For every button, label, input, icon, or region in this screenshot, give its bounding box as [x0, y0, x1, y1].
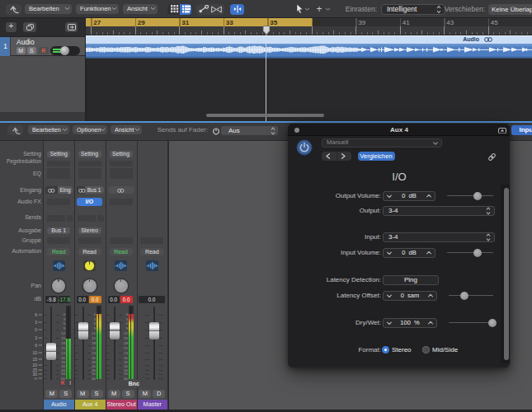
svg-text:6: 6 — [125, 321, 128, 325]
svg-text:3: 3 — [35, 335, 37, 340]
svg-text:15: 15 — [124, 336, 128, 340]
svg-text:24: 24 — [61, 351, 65, 355]
svg-text:3: 3 — [63, 317, 65, 321]
svg-text:24: 24 — [124, 351, 128, 355]
svg-text:18: 18 — [124, 341, 128, 345]
svg-text:18: 18 — [92, 341, 96, 345]
svg-text:10: 10 — [32, 350, 37, 355]
svg-text:24: 24 — [92, 351, 96, 355]
svg-text:3: 3 — [35, 320, 37, 325]
svg-text:6: 6 — [63, 321, 65, 325]
svg-text:15: 15 — [92, 336, 96, 340]
svg-text:0: 0 — [93, 312, 96, 316]
svg-text:15: 15 — [32, 357, 37, 362]
svg-text:30: 30 — [124, 356, 128, 360]
svg-text:50: 50 — [92, 372, 96, 376]
svg-text:15: 15 — [61, 336, 65, 340]
svg-text:3: 3 — [125, 317, 128, 321]
svg-text:30: 30 — [61, 356, 65, 360]
svg-text:18: 18 — [61, 341, 65, 345]
svg-text:21: 21 — [92, 346, 96, 350]
svg-text:50: 50 — [61, 372, 65, 376]
svg-text:9: 9 — [63, 326, 65, 330]
svg-text:0: 0 — [125, 312, 128, 316]
svg-text:12: 12 — [92, 331, 96, 335]
svg-text:50: 50 — [124, 372, 128, 376]
svg-text:9: 9 — [125, 326, 128, 330]
svg-text:60: 60 — [92, 377, 96, 381]
svg-text:6: 6 — [35, 312, 37, 317]
svg-text:∞: ∞ — [34, 376, 37, 381]
svg-text:21: 21 — [124, 346, 128, 350]
svg-text:12: 12 — [61, 331, 65, 335]
svg-text:0: 0 — [35, 327, 37, 332]
svg-text:3: 3 — [93, 317, 96, 321]
svg-text:12: 12 — [124, 331, 128, 335]
svg-text:6: 6 — [93, 321, 96, 325]
svg-text:9: 9 — [93, 326, 96, 330]
svg-text:0: 0 — [63, 312, 65, 316]
svg-text:21: 21 — [61, 346, 65, 350]
svg-text:6: 6 — [35, 343, 37, 348]
svg-text:30: 30 — [92, 356, 96, 360]
